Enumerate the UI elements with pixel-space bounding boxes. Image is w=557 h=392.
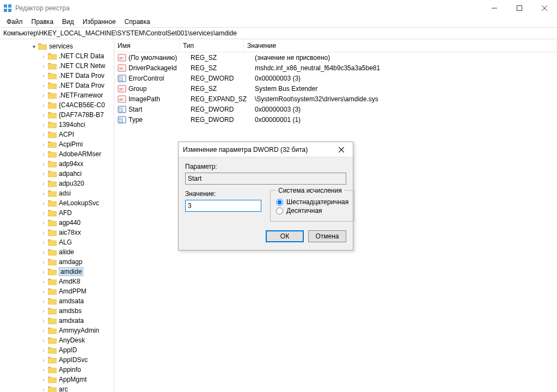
chevron-right-icon[interactable]: ›: [40, 82, 47, 89]
chevron-right-icon[interactable]: ›: [40, 112, 47, 118]
tree-item[interactable]: ›adpahci: [0, 169, 114, 179]
tree-item[interactable]: ›{C4ACB56E-C0: [0, 100, 114, 110]
tree-item[interactable]: ›amdagp: [0, 257, 114, 267]
chevron-right-icon[interactable]: ›: [40, 200, 47, 206]
chevron-right-icon[interactable]: ›: [40, 141, 47, 148]
ok-button[interactable]: ОК: [266, 230, 304, 242]
tree-item[interactable]: ›1394ohci: [0, 120, 114, 130]
chevron-right-icon[interactable]: ›: [40, 72, 47, 79]
tree-item[interactable]: ›AmdK8: [0, 277, 114, 286]
chevron-down-icon[interactable]: ▾: [30, 43, 37, 50]
chevron-right-icon[interactable]: ›: [40, 386, 47, 392]
minimize-button[interactable]: [482, 0, 507, 16]
radix-hex-radio[interactable]: [276, 199, 283, 206]
tree-item[interactable]: ›.NET CLR Netw: [0, 61, 114, 71]
chevron-right-icon[interactable]: ›: [40, 327, 47, 334]
tree-item[interactable]: ›.NETFramewor: [0, 90, 114, 100]
tree-item[interactable]: ›ACPI: [0, 130, 114, 139]
tree-item[interactable]: ›{DAF7A78B-B7: [0, 110, 114, 120]
menu-edit[interactable]: Правка: [27, 17, 58, 27]
list-row[interactable]: 011110StartREG_DWORD0x00000003 (3): [114, 104, 557, 114]
radix-dec-row[interactable]: Десятичная: [276, 207, 348, 215]
tree-item[interactable]: ›AeLookupSvc: [0, 198, 114, 208]
chevron-right-icon[interactable]: ›: [40, 259, 47, 265]
chevron-right-icon[interactable]: ›: [40, 151, 47, 157]
menu-file[interactable]: Файл: [2, 17, 27, 27]
chevron-right-icon[interactable]: ›: [40, 229, 47, 236]
chevron-right-icon[interactable]: ›: [40, 347, 47, 353]
chevron-right-icon[interactable]: ›: [40, 317, 47, 324]
tree-item[interactable]: ›AppID: [0, 345, 114, 355]
tree-item[interactable]: ›aic78xx: [0, 228, 114, 237]
col-header-name[interactable]: Имя: [114, 39, 180, 52]
tree-item[interactable]: ›Appinfo: [0, 365, 114, 375]
tree-item[interactable]: ›adsi: [0, 188, 114, 198]
chevron-right-icon[interactable]: ›: [40, 53, 47, 59]
tree-item[interactable]: ›AcpiPmi: [0, 139, 114, 149]
dialog-close-button[interactable]: [334, 144, 348, 155]
tree-item[interactable]: ›amdxata: [0, 316, 114, 326]
tree-item[interactable]: ›AnyDesk: [0, 335, 114, 345]
address-bar[interactable]: Компьютер\HKEY_LOCAL_MACHINE\SYSTEM\Cont…: [0, 27, 557, 39]
list-row[interactable]: abDriverPackageIdREG_SZmshdc.inf_x86_neu…: [114, 63, 557, 73]
chevron-right-icon[interactable]: ›: [40, 102, 47, 108]
tree-item[interactable]: ›arc: [0, 384, 114, 392]
chevron-right-icon[interactable]: ›: [40, 268, 47, 275]
chevron-right-icon[interactable]: ›: [40, 288, 47, 295]
chevron-right-icon[interactable]: ›: [40, 298, 47, 304]
chevron-right-icon[interactable]: ›: [40, 376, 47, 383]
tree-parent-services[interactable]: ▾ services: [0, 41, 114, 51]
tree-item[interactable]: ›AppIDSvc: [0, 355, 114, 365]
tree-pane[interactable]: ▾ services ›.NET CLR Data›.NET CLR Netw›…: [0, 39, 114, 392]
chevron-right-icon[interactable]: ›: [40, 278, 47, 285]
col-header-value[interactable]: Значение: [244, 39, 557, 52]
list-row[interactable]: abImagePathREG_EXPAND_SZ\SystemRoot\syst…: [114, 94, 557, 104]
tree-item[interactable]: ›AppMgmt: [0, 375, 114, 384]
chevron-right-icon[interactable]: ›: [40, 357, 47, 363]
tree-item[interactable]: ›.NET CLR Data: [0, 51, 114, 61]
tree-item[interactable]: ›AFD: [0, 208, 114, 218]
tree-item[interactable]: ›.NET Data Prov: [0, 71, 114, 81]
tree-item[interactable]: ›adp94xx: [0, 159, 114, 169]
chevron-right-icon[interactable]: ›: [40, 337, 47, 344]
tree-item[interactable]: ›aliide: [0, 247, 114, 257]
radix-dec-radio[interactable]: [276, 207, 283, 215]
tree-item[interactable]: ›AmdPPM: [0, 286, 114, 296]
list-row[interactable]: 011110ErrorControlREG_DWORD0x00000003 (3…: [114, 73, 557, 83]
tree-item[interactable]: ›amdsata: [0, 296, 114, 306]
tree-item[interactable]: ›adpu320: [0, 179, 114, 188]
tree-item[interactable]: ›amdsbs: [0, 306, 114, 316]
tree-item[interactable]: ›ALG: [0, 237, 114, 247]
chevron-right-icon[interactable]: ›: [40, 239, 47, 246]
menu-favorites[interactable]: Избранное: [78, 17, 120, 27]
chevron-right-icon[interactable]: ›: [40, 170, 47, 177]
tree-item[interactable]: ›AdobeARMser: [0, 149, 114, 159]
radix-hex-row[interactable]: Шестнадцатеричная: [276, 198, 348, 206]
menu-help[interactable]: Справка: [120, 17, 155, 27]
chevron-right-icon[interactable]: ›: [40, 190, 47, 197]
menu-view[interactable]: Вид: [58, 17, 78, 27]
cancel-button[interactable]: Отмена: [308, 230, 346, 242]
list-row[interactable]: 011110TypeREG_DWORD0x00000001 (1): [114, 114, 557, 125]
col-header-type[interactable]: Тип: [180, 39, 244, 52]
maximize-button[interactable]: [507, 0, 532, 16]
close-button[interactable]: [532, 0, 557, 16]
tree-item[interactable]: ›agp440: [0, 218, 114, 228]
tree-item[interactable]: ›AmmyyAdmin: [0, 326, 114, 335]
chevron-right-icon[interactable]: ›: [40, 63, 47, 69]
chevron-right-icon[interactable]: ›: [40, 92, 47, 99]
list-row[interactable]: ab(По умолчанию)REG_SZ(значение не присв…: [114, 52, 557, 63]
tree-item[interactable]: ›amdide: [0, 267, 114, 277]
chevron-right-icon[interactable]: ›: [40, 161, 47, 167]
chevron-right-icon[interactable]: ›: [40, 180, 47, 187]
chevron-right-icon[interactable]: ›: [40, 308, 47, 314]
chevron-right-icon[interactable]: ›: [40, 121, 47, 128]
dialog-titlebar[interactable]: Изменение параметра DWORD (32 бита): [179, 142, 353, 157]
chevron-right-icon[interactable]: ›: [40, 131, 47, 138]
tree-item[interactable]: ›.NET Data Prov: [0, 81, 114, 90]
value-input[interactable]: [185, 200, 261, 212]
chevron-right-icon[interactable]: ›: [40, 366, 47, 373]
chevron-right-icon[interactable]: ›: [40, 249, 47, 255]
chevron-right-icon[interactable]: ›: [40, 219, 47, 226]
chevron-right-icon[interactable]: ›: [40, 210, 47, 216]
